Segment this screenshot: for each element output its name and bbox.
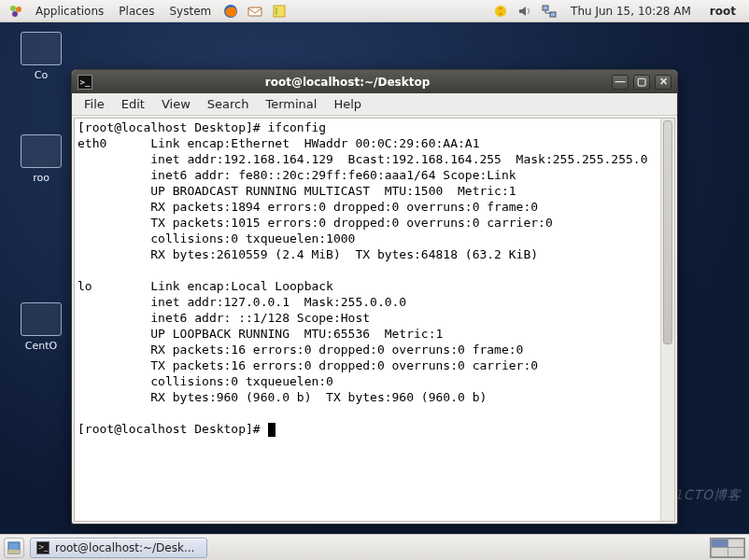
bottom-panel: >_ root@localhost:~/Desk... (0, 534, 749, 560)
menubar: File Edit View Search Terminal Help (72, 93, 677, 116)
svg-rect-7 (543, 6, 548, 10)
menu-search[interactable]: Search (199, 93, 258, 116)
scrollbar-thumb[interactable] (663, 120, 672, 344)
distro-icon (7, 3, 24, 20)
desktop-icon[interactable]: CentO (4, 302, 78, 352)
user-menu[interactable]: root (700, 5, 745, 18)
desktop[interactable]: Co roo CentO @51CTO博客 >_ root@localhost:… (0, 22, 749, 534)
firefox-icon[interactable] (222, 3, 239, 20)
window-title: root@localhost:~/Desktop (83, 76, 612, 89)
menu-file[interactable]: File (76, 93, 113, 116)
menu-view[interactable]: View (153, 93, 199, 116)
minimize-button[interactable]: — (612, 75, 629, 90)
workspace-switcher[interactable] (710, 538, 745, 558)
desktop-icon-label: CentO (25, 340, 57, 352)
terminal-output[interactable]: [root@localhost Desktop]# ifconfig eth0 … (75, 119, 660, 521)
menu-help[interactable]: Help (325, 93, 370, 116)
cursor (268, 423, 276, 437)
terminal-window: >_ root@localhost:~/Desktop — ▢ ✕ File E… (71, 69, 678, 525)
titlebar[interactable]: >_ root@localhost:~/Desktop — ▢ ✕ (72, 70, 677, 93)
desktop-icon-label: Co (35, 69, 48, 81)
show-desktop-button[interactable] (4, 538, 24, 558)
desktop-icon[interactable]: roo (4, 134, 78, 184)
menu-applications[interactable]: Applications (28, 0, 111, 22)
svg-point-2 (12, 11, 18, 17)
maximize-button[interactable]: ▢ (633, 75, 650, 90)
volume-icon[interactable] (516, 3, 533, 20)
menu-terminal[interactable]: Terminal (257, 93, 325, 116)
svg-rect-5 (274, 6, 285, 17)
top-panel: Applications Places System Thu Jun 15, 1… (0, 0, 749, 22)
menu-edit[interactable]: Edit (113, 93, 153, 116)
notes-icon[interactable] (271, 3, 288, 20)
svg-rect-4 (248, 7, 261, 16)
mail-icon[interactable] (247, 3, 263, 20)
clock[interactable]: Thu Jun 15, 10:28 AM (561, 5, 700, 18)
close-button[interactable]: ✕ (655, 75, 671, 90)
terminal-icon: >_ (36, 541, 49, 554)
scrollbar[interactable] (660, 119, 674, 521)
menu-system[interactable]: System (162, 0, 219, 22)
desktop-icon-label: roo (33, 172, 49, 184)
menu-places[interactable]: Places (111, 0, 162, 22)
svg-point-0 (10, 6, 16, 11)
svg-rect-10 (8, 550, 20, 553)
taskbar-item-label: root@localhost:~/Desk... (55, 541, 194, 554)
network-icon[interactable] (541, 3, 558, 20)
taskbar-item-terminal[interactable]: >_ root@localhost:~/Desk... (30, 538, 207, 558)
desktop-icon[interactable]: Co (4, 32, 78, 81)
svg-point-1 (16, 7, 21, 12)
update-icon[interactable] (492, 3, 509, 20)
